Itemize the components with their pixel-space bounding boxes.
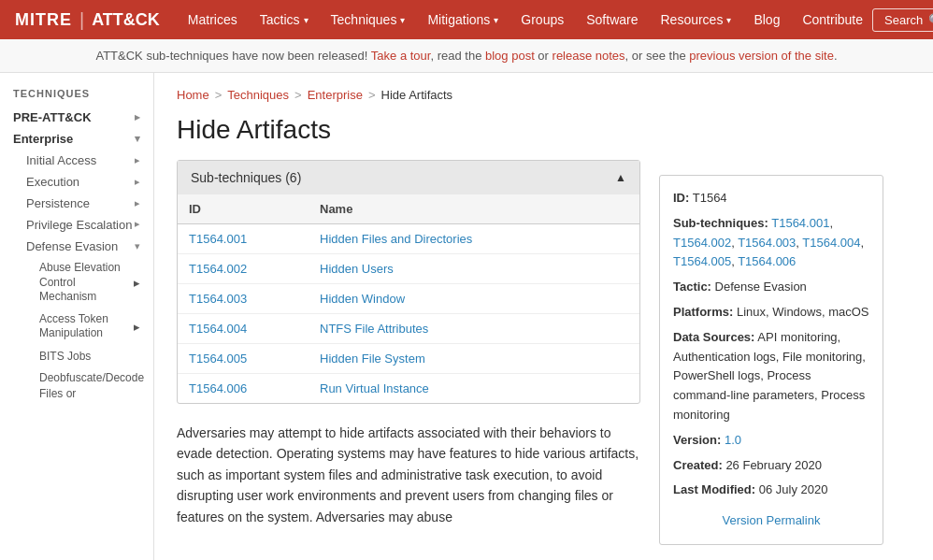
access-token-caret: ▸ [134, 320, 140, 334]
resources-caret: ▾ [726, 15, 731, 25]
subtechs-label: Sub-techniques: [673, 216, 768, 230]
banner-notes-link[interactable]: release notes [553, 49, 625, 63]
info-subtech-link[interactable]: T1564.004 [802, 236, 860, 250]
platforms-label: Platforms: [673, 305, 733, 319]
execution-caret: ▸ [135, 176, 140, 188]
banner-tour-link[interactable]: Take a tour [371, 49, 431, 63]
breadcrumb-enterprise[interactable]: Enterprise [308, 88, 363, 102]
sidebar-item-deobfuscate[interactable]: Deobfuscate/Decode Files or [0, 366, 153, 405]
banner-text-5: . [834, 49, 838, 63]
header: MITRE | ATT&CK Matrices Tactics ▾ Techni… [0, 0, 933, 39]
techniques-caret: ▾ [400, 15, 405, 25]
table-row: T1564.003 Hidden Window [178, 284, 639, 314]
info-created: Created: 26 February 2020 [673, 456, 869, 476]
nav-resources[interactable]: Resources ▾ [651, 0, 740, 39]
subtechs-table: ID Name T1564.001 Hidden Files and Direc… [178, 194, 639, 403]
info-panel: ID: T1564 Sub-techniques: T1564.001, T15… [659, 175, 883, 545]
defense-evasion-caret: ▾ [135, 240, 140, 252]
sidebar-item-abuse-elevation[interactable]: Abuse Elevation Control Mechanism ▸ [0, 257, 153, 309]
sidebar-item-persistence[interactable]: Persistence ▸ [0, 193, 153, 214]
version-label: Version: [673, 433, 721, 447]
sidebar-item-privilege-escalation[interactable]: Privilege Escalation ▸ [0, 214, 153, 236]
sidebar-item-defense-evasion[interactable]: Defense Evasion ▾ [0, 236, 153, 257]
banner-text-2: , read the [430, 49, 485, 63]
banner-blog-link[interactable]: blog post [485, 49, 535, 63]
modified-value: 06 July 2020 [759, 482, 828, 496]
announcement-banner: ATT&CK sub-techniques have now been rele… [0, 39, 933, 73]
banner-text-1: ATT&CK sub-techniques have now been rele… [95, 49, 370, 63]
info-id: ID: T1564 [673, 189, 869, 208]
col-name: Name [309, 194, 639, 224]
subtech-name: Run Virtual Instance [309, 374, 639, 404]
initial-access-caret: ▸ [135, 154, 140, 166]
nav-mitigations[interactable]: Mitigations ▾ [418, 0, 508, 39]
nav-tactics[interactable]: Tactics ▾ [251, 0, 318, 39]
nav-groups[interactable]: Groups [511, 0, 573, 39]
sidebar-item-access-token[interactable]: Access Token Manipulation ▸ [0, 309, 153, 345]
table-row: T1564.002 Hidden Users [178, 254, 639, 284]
subtech-name: NTFS File Attributes [309, 314, 639, 344]
persistence-caret: ▸ [135, 197, 140, 209]
info-datasources: Data Sources: API monitoring, Authentica… [673, 328, 869, 425]
info-platforms: Platforms: Linux, Windows, macOS [673, 303, 869, 323]
modified-label: Last Modified: [673, 482, 755, 496]
info-subtech-link[interactable]: T1564.005 [673, 254, 731, 268]
subtech-id[interactable]: T1564.005 [178, 344, 309, 374]
subtech-id[interactable]: T1564.006 [178, 374, 309, 404]
main-content: Home > Techniques > Enterprise > Hide Ar… [154, 73, 921, 560]
sidebar-item-execution[interactable]: Execution ▸ [0, 171, 153, 193]
info-box: ID: T1564 Sub-techniques: T1564.001, T15… [659, 175, 883, 545]
datasources-label: Data Sources: [673, 330, 754, 344]
subtech-id[interactable]: T1564.003 [178, 284, 309, 314]
subtechs-header[interactable]: Sub-techniques (6) ▲ [178, 161, 639, 194]
table-row: T1564.001 Hidden Files and Directories [178, 224, 639, 254]
logo[interactable]: MITRE | ATT&CK [15, 9, 160, 31]
breadcrumb-sep-1: > [215, 88, 222, 102]
search-button[interactable]: Search 🔍 [872, 8, 933, 32]
nav-techniques[interactable]: Techniques ▾ [322, 0, 415, 39]
info-version: Version: 1.0 [673, 431, 869, 451]
subtech-name: Hidden Users [309, 254, 639, 284]
info-subtechs: Sub-techniques: T1564.001, T1564.002, T1… [673, 214, 869, 272]
sidebar: TECHNIQUES PRE-ATT&CK ▸ Enterprise ▾ Ini… [0, 73, 154, 560]
platforms-value: Linux, Windows, macOS [737, 305, 869, 319]
id-label: ID: [673, 191, 689, 205]
breadcrumb-home[interactable]: Home [177, 88, 209, 102]
info-modified: Last Modified: 06 July 2020 [673, 481, 869, 500]
sidebar-item-preattck[interactable]: PRE-ATT&CK ▸ [0, 107, 153, 128]
banner-prev-link[interactable]: previous version of the site [689, 49, 834, 63]
subtechs-panel: Sub-techniques (6) ▲ ID Name T1564.001 H [177, 160, 640, 404]
description: Adversaries may attempt to hide artifact… [177, 423, 640, 527]
defense-evasion-sub-group: Abuse Elevation Control Mechanism ▸ Acce… [0, 257, 153, 405]
table-row: T1564.004 NTFS File Attributes [178, 314, 639, 344]
banner-text-3: or [535, 49, 553, 63]
breadcrumb-current: Hide Artifacts [381, 88, 453, 102]
banner-text-4: , or see the [625, 49, 690, 63]
nav-blog[interactable]: Blog [744, 0, 789, 39]
logo-mitre: MITRE [15, 10, 72, 30]
version-permalink-link[interactable]: Version Permalink [673, 511, 869, 531]
nav-software[interactable]: Software [577, 0, 647, 39]
subtech-id[interactable]: T1564.004 [178, 314, 309, 344]
table-row: T1564.005 Hidden File System [178, 344, 639, 374]
version-value[interactable]: 1.0 [725, 433, 741, 447]
priv-esc-caret: ▸ [135, 218, 140, 232]
tactic-label: Tactic: [673, 280, 711, 294]
sidebar-title: TECHNIQUES [0, 88, 153, 107]
subtech-id[interactable]: T1564.001 [178, 224, 309, 254]
layout: TECHNIQUES PRE-ATT&CK ▸ Enterprise ▾ Ini… [0, 73, 933, 560]
info-subtech-link[interactable]: T1564.001 [771, 216, 829, 230]
subtech-id[interactable]: T1564.002 [178, 254, 309, 284]
col-id: ID [178, 194, 309, 224]
sidebar-item-bits-jobs[interactable]: BITS Jobs [0, 345, 153, 366]
nav-contribute[interactable]: Contribute [793, 0, 872, 39]
breadcrumb-techniques[interactable]: Techniques [227, 88, 289, 102]
sidebar-item-enterprise[interactable]: Enterprise ▾ [0, 128, 153, 150]
info-subtech-link[interactable]: T1564.002 [673, 236, 731, 250]
sidebar-item-initial-access[interactable]: Initial Access ▸ [0, 150, 153, 171]
info-subtech-link[interactable]: T1564.003 [738, 236, 796, 250]
nav-matrices[interactable]: Matrices [179, 0, 247, 39]
info-subtech-link[interactable]: T1564.006 [738, 254, 796, 268]
mitigations-caret: ▾ [494, 15, 498, 25]
abuse-elevation-caret: ▸ [134, 276, 140, 290]
